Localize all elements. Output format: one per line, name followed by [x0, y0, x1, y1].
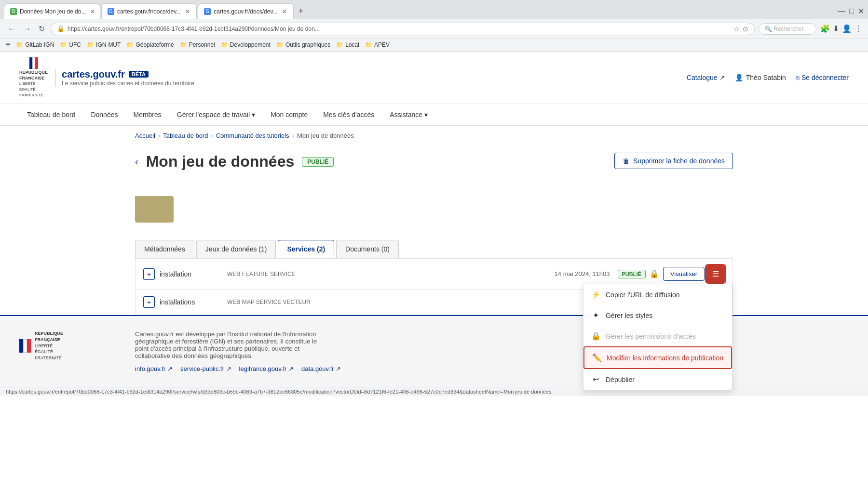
search-icon: 🔍	[765, 26, 772, 32]
tab-documents[interactable]: Documents (0)	[336, 240, 399, 258]
dropdown-gerer-styles[interactable]: ✦ Gérer les styles	[583, 305, 732, 326]
settings-icon[interactable]: ⋮	[854, 24, 862, 33]
browser-tab-2[interactable]: G cartes.gouv.fr/docs/dev... ✕	[101, 3, 197, 19]
close-window-button[interactable]: ✕	[858, 7, 864, 16]
bookmark-apev[interactable]: 📁 APEV	[365, 41, 390, 48]
footer-link-label-3: data.gouv.fr ↗	[301, 365, 341, 372]
folder-icon	[135, 192, 174, 223]
bookmark-ufc-label: UFC	[69, 41, 81, 48]
nav-donnees[interactable]: Données	[83, 104, 125, 125]
nav-label-2: Membres	[133, 111, 161, 119]
breadcrumb-tableau[interactable]: Tableau de bord	[163, 132, 208, 139]
lock-icon-1: 🔒	[650, 269, 659, 278]
nav-assistance[interactable]: Assistance ▾	[382, 104, 435, 125]
lock-icon-menu: 🔒	[591, 331, 601, 341]
footer-body: Cartes.gouv.fr est développé par l'Insti…	[135, 330, 849, 372]
url-bar[interactable]: 🔒 https://cartes.gouv.fr/entrepot/70bd00…	[51, 23, 755, 35]
footer-description: Cartes.gouv.fr est développé par l'Insti…	[135, 330, 328, 359]
nav-tableau-de-bord[interactable]: Tableau de bord	[19, 104, 83, 125]
nav-cles-acces[interactable]: Mes clés d'accès	[315, 104, 382, 125]
bookmark-local-label: Local	[345, 41, 359, 48]
tab-jeux-donnees[interactable]: Jeux de données (1)	[196, 240, 276, 258]
bookmark-geo-label: Géoplateforme	[136, 41, 174, 48]
extensions-icon[interactable]: 🧩	[820, 24, 830, 33]
site-footer: RÉPUBLIQUEFRANÇAISE LibertéÉgalitéFrater…	[0, 315, 868, 387]
header-actions: Catalogue ↗ 👤 Théo Satabin ⎋ Se déconnec…	[687, 74, 849, 81]
footer-link-legifrance[interactable]: legifrance.gouv.fr ↗	[239, 365, 294, 372]
visualiser-button-1[interactable]: Visualiser	[663, 267, 705, 281]
footer-link-service-public[interactable]: service-public.fr ↗	[180, 365, 231, 372]
main-nav: Tableau de bord Données Membres Gérer l'…	[0, 104, 868, 126]
dropdown-copier-url[interactable]: ⚡ Copier l'URL de diffusion	[583, 284, 732, 305]
bookmark-local[interactable]: 📁 Local	[336, 41, 359, 48]
tab-close-2[interactable]: ✕	[185, 8, 190, 15]
footer-link-data-gouv[interactable]: data.gouv.fr ↗	[301, 365, 341, 372]
maximize-button[interactable]: □	[849, 7, 854, 15]
minimize-button[interactable]: —	[838, 7, 845, 15]
dropdown-depublier[interactable]: ↩ Dépublier	[583, 369, 732, 390]
site-header: RÉPUBLIQUEFRANÇAISELibertéÉgalitéFratern…	[0, 52, 868, 104]
back-to-list-button[interactable]: ‹	[135, 156, 138, 167]
delete-icon: 🗑	[623, 157, 629, 165]
service-status-1: PUBLIÉ	[618, 270, 646, 278]
dropdown-modifier-info[interactable]: ✏️ Modifier les informations de publicat…	[583, 346, 732, 369]
delete-fiche-button[interactable]: 🗑 Supprimer la fiche de données	[614, 153, 733, 169]
tab-services[interactable]: Services (2)	[278, 240, 334, 258]
breadcrumb-accueil[interactable]: Accueil	[135, 132, 155, 139]
nav-membres[interactable]: Membres	[125, 104, 169, 125]
styles-icon: ✦	[591, 311, 601, 320]
bookmark-personnel[interactable]: 📁 Personnel	[180, 41, 215, 48]
share-icon[interactable]: ⊙	[743, 25, 748, 33]
downloads-icon[interactable]: ⬇	[833, 24, 839, 33]
browser-tab-3[interactable]: G cartes.gouv.fr/docs/dev... ✕	[198, 3, 293, 19]
bookmark-apev-label: APEV	[374, 41, 390, 48]
bookmark-outils-label: Outils graphiques	[285, 41, 330, 48]
service-type-1: WEB FEATURE SERVICE	[227, 271, 555, 277]
menu-button-1[interactable]: ☰	[706, 265, 725, 282]
breadcrumb-sep-3: ›	[292, 132, 294, 139]
browser-tab-active[interactable]: D Données Mon jeu de do... ✕	[4, 3, 100, 19]
page-header: ‹ Mon jeu de données PUBLIÉ 🗑 Supprimer …	[0, 145, 868, 182]
browser-menu-icon[interactable]: ≡	[6, 40, 10, 49]
breadcrumb-current: Mon jeu de données	[297, 132, 354, 139]
tab-close-1[interactable]: ✕	[90, 8, 95, 15]
breadcrumb-sep-1: ›	[158, 132, 160, 139]
bookmark-geoplateforme[interactable]: 📁 Géoplateforme	[126, 41, 174, 48]
chevron-down-icon-assistance: ▾	[424, 111, 428, 119]
search-box[interactable]: 🔍 Rechercher	[759, 23, 816, 35]
bookmark-star-icon[interactable]: ☆	[733, 25, 740, 33]
catalogue-link[interactable]: Catalogue ↗	[687, 74, 725, 81]
back-button[interactable]: ←	[6, 23, 17, 35]
forward-button[interactable]: →	[21, 23, 33, 35]
site-brand: cartes.gouv.fr BÉTA Le service public de…	[55, 69, 194, 87]
bookmark-dev[interactable]: 📁 Développement	[221, 41, 271, 48]
user-menu[interactable]: 👤 Théo Satabin	[735, 74, 786, 81]
nav-gerer-espace[interactable]: Gérer l'espace de travail ▾	[169, 104, 263, 125]
bookmark-gitlab[interactable]: 📁 GitLab IGN	[16, 41, 54, 48]
copy-icon: ⚡	[591, 290, 601, 299]
status-bar: https://cartes.gouv.fr/entrepot/70bd0068…	[0, 387, 868, 396]
breadcrumb-communaute[interactable]: Communauté des tutoriels	[216, 132, 289, 139]
expand-row-1-button[interactable]: +	[143, 268, 155, 280]
expand-row-2-button[interactable]: +	[143, 296, 155, 308]
footer-link-info[interactable]: info.gouv.fr ↗	[135, 365, 173, 372]
bookmark-folder-loc-icon: 📁	[336, 41, 343, 48]
bookmark-ufc-icon: 📁	[60, 41, 67, 48]
new-tab-button[interactable]: +	[295, 6, 308, 16]
nav-label-1: Données	[91, 111, 118, 119]
site-name: cartes.gouv.fr BÉTA	[62, 69, 194, 80]
tab-label-metadonnees: Métadonnées	[144, 245, 185, 253]
reload-button[interactable]: ↻	[37, 22, 47, 35]
bookmark-gitlab-label: GitLab IGN	[25, 41, 54, 48]
tab-close-3[interactable]: ✕	[282, 8, 287, 15]
logout-link[interactable]: ⎋ Se déconnecter	[796, 74, 849, 81]
profile-icon[interactable]: 👤	[842, 24, 852, 33]
bookmark-ign-mut[interactable]: 📁 IGN-MUT	[87, 41, 121, 48]
bookmark-ufc[interactable]: 📁 UFC	[60, 41, 81, 48]
edit-icon: ✏️	[592, 353, 602, 362]
chevron-down-icon-gerer: ▾	[252, 111, 255, 119]
page-content: RÉPUBLIQUEFRANÇAISELibertéÉgalitéFratern…	[0, 52, 868, 387]
tab-metadonnees[interactable]: Métadonnées	[135, 240, 194, 258]
bookmark-outils[interactable]: 📁 Outils graphiques	[276, 41, 330, 48]
nav-mon-compte[interactable]: Mon compte	[263, 104, 315, 125]
